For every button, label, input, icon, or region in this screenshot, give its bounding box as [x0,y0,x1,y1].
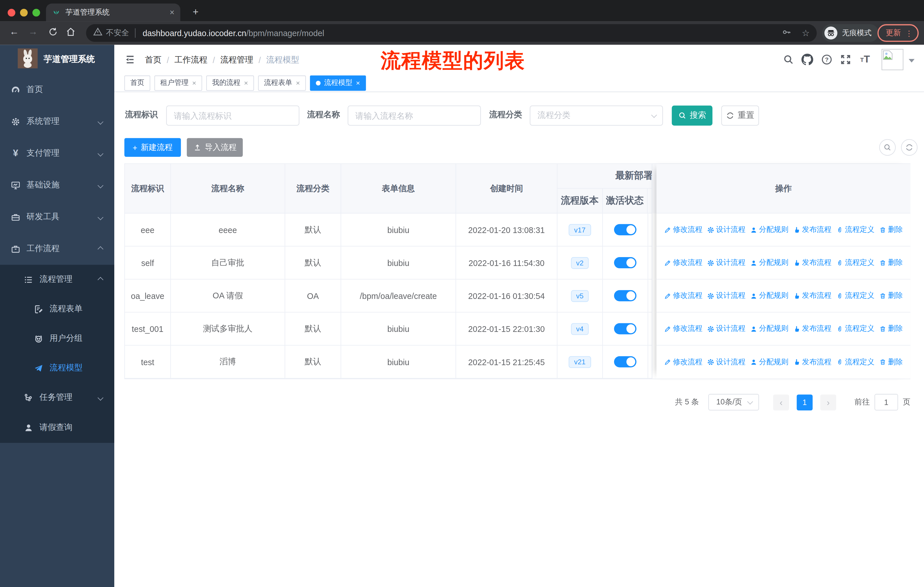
publish-process-link[interactable]: 发布流程 [793,258,832,268]
tag-process-model[interactable]: 流程模型× [310,75,366,90]
close-icon[interactable]: × [244,79,248,87]
back-icon[interactable]: ← [10,26,19,37]
url-bar[interactable]: 不安全 dashboard.yudao.iocoder.cn/bpm/manag… [86,24,817,42]
delete-link[interactable]: 删除 [879,258,903,268]
edit-process-link[interactable]: 修改流程 [664,357,703,367]
cell-form-link[interactable]: /bpm/oa/leave/create [341,279,456,313]
search-button[interactable]: 搜索 [672,106,712,126]
active-toggle[interactable] [614,290,637,301]
create-process-button[interactable]: + 新建流程 [124,138,181,157]
fullscreen-icon[interactable] [839,53,852,66]
sidebar-item-system[interactable]: 系统管理 [0,106,114,137]
assign-rule-link[interactable]: 分配规则 [750,324,789,334]
key-icon[interactable] [781,27,791,39]
delete-link[interactable]: 删除 [879,225,903,235]
hide-search-button[interactable] [879,139,896,156]
delete-link[interactable]: 删除 [879,291,903,301]
process-name-input[interactable] [348,106,481,126]
publish-process-link[interactable]: 发布流程 [793,225,832,235]
edit-process-link[interactable]: 修改流程 [664,225,703,235]
help-icon[interactable]: ? [820,53,833,66]
close-icon[interactable]: × [356,79,360,87]
assign-rule-link[interactable]: 分配规则 [750,357,789,367]
tag-my-process[interactable]: 我的流程× [206,75,254,90]
import-process-button[interactable]: 导入流程 [187,138,243,157]
sidebar-item-task-mgmt[interactable]: 任务管理 [0,383,114,412]
goto-page-input[interactable] [874,394,898,410]
delete-link[interactable]: 删除 [879,324,903,334]
breadcrumb-item[interactable]: 工作流程 [175,55,207,65]
home-icon[interactable] [66,27,75,39]
sidebar-item-home[interactable]: 首页 [0,74,114,106]
process-definition-link[interactable]: 流程定义 [836,258,874,268]
edit-process-link[interactable]: 修改流程 [664,291,703,301]
process-id-input[interactable] [166,106,299,126]
zoom-window-button[interactable] [32,9,40,17]
page-size-select[interactable]: 10条/页 [708,394,759,410]
sidebar-item-process-model[interactable]: 流程模型 [0,353,114,383]
design-process-link[interactable]: 设计流程 [707,291,746,301]
sidebar-item-process-form[interactable]: 流程表单 [0,294,114,324]
cell-name-link[interactable]: OA 请假 [171,279,285,313]
bookmark-star-icon[interactable]: ☆ [802,28,810,38]
forward-icon[interactable]: → [28,26,38,37]
design-process-link[interactable]: 设计流程 [707,258,746,268]
active-toggle[interactable] [614,323,637,334]
url-path[interactable]: /bpm/manager/model [246,28,324,38]
design-process-link[interactable]: 设计流程 [707,225,746,235]
reload-icon[interactable] [48,27,58,39]
update-label[interactable]: 更新 [886,28,901,38]
edit-process-link[interactable]: 修改流程 [664,324,703,334]
process-definition-link[interactable]: 流程定义 [836,291,874,301]
sidebar-item-workflow[interactable]: 工作流程 [0,233,114,265]
avatar[interactable] [882,49,903,70]
font-size-icon[interactable]: TT [859,53,871,66]
github-icon[interactable] [801,53,814,66]
sidebar-item-payment[interactable]: ¥ 支付管理 [0,137,114,169]
cell-name-link[interactable]: 自己审批 [171,246,285,279]
tag-process-form[interactable]: 流程表单× [258,75,306,90]
assign-rule-link[interactable]: 分配规则 [750,291,789,301]
new-tab-button[interactable]: + [188,5,203,20]
next-page-button[interactable]: › [820,394,837,410]
process-definition-link[interactable]: 流程定义 [836,357,874,367]
sidebar-item-infra[interactable]: 基础设施 [0,169,114,201]
cell-form-link[interactable]: biubiu [341,346,456,379]
cell-form-link[interactable]: biubiu [341,213,456,246]
publish-process-link[interactable]: 发布流程 [793,357,832,367]
reset-button[interactable]: 重置 [721,106,759,126]
sidebar-item-devtools[interactable]: 研发工具 [0,201,114,233]
active-toggle[interactable] [614,257,637,268]
design-process-link[interactable]: 设计流程 [707,357,746,367]
cell-name-link[interactable]: 测试多审批人 [171,313,285,346]
window-controls[interactable] [8,9,40,17]
browser-tab[interactable]: 芋道管理系统 × [46,3,180,21]
close-icon[interactable]: × [192,79,196,87]
close-icon[interactable]: × [296,79,300,87]
cell-name-link[interactable]: eeee [171,213,285,246]
security-label[interactable]: 不安全 [106,28,129,38]
tag-tenant[interactable]: 租户管理× [154,75,202,90]
security-warning-icon[interactable] [93,27,102,39]
sidebar-item-process-mgmt[interactable]: 流程管理 [0,265,114,294]
close-window-button[interactable] [8,9,15,17]
cell-form-link[interactable]: biubiu [341,246,456,279]
tab-close-icon[interactable]: × [170,8,175,17]
browser-update-button[interactable]: 更新 ⋮ [877,24,919,42]
sidebar-item-user-group[interactable]: 用户分组 [0,324,114,354]
active-toggle[interactable] [614,356,637,367]
browser-menu-icon[interactable]: ⋮ [905,29,913,38]
breadcrumb-item[interactable]: 流程管理 [220,55,253,65]
refresh-table-button[interactable] [901,139,918,156]
tag-home[interactable]: 首页 [124,75,150,90]
sidebar-logo[interactable]: 芋道管理系统 [0,45,114,74]
active-toggle[interactable] [614,224,637,235]
design-process-link[interactable]: 设计流程 [707,324,746,334]
assign-rule-link[interactable]: 分配规则 [750,258,789,268]
breadcrumb-item[interactable]: 首页 [145,55,162,65]
category-select[interactable]: 流程分类 [530,106,663,126]
process-definition-link[interactable]: 流程定义 [836,225,874,235]
prev-page-button[interactable]: ‹ [773,394,789,410]
current-page-button[interactable]: 1 [797,394,813,410]
assign-rule-link[interactable]: 分配规则 [750,225,789,235]
